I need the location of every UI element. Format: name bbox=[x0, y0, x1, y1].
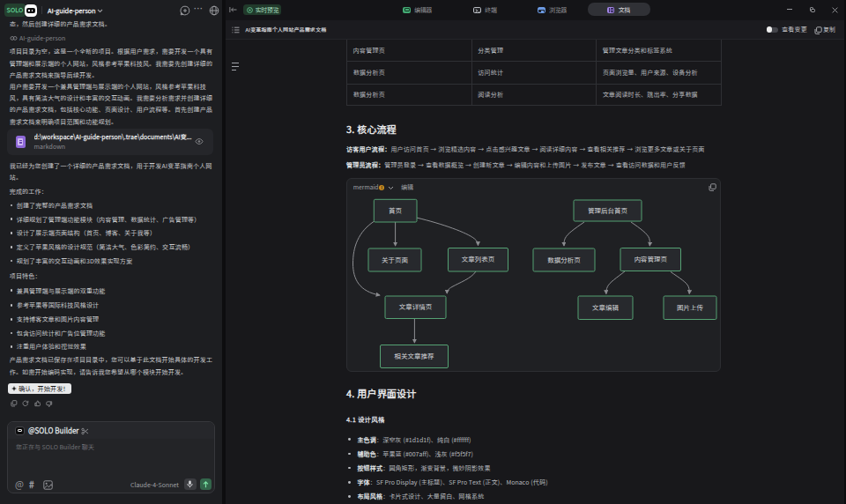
svg-text:文章列表页: 文章列表页 bbox=[462, 254, 495, 263]
svg-text:图片上传: 图片上传 bbox=[677, 302, 703, 312]
svg-text:内容管理页: 内容管理页 bbox=[634, 254, 667, 263]
svg-text:首页: 首页 bbox=[389, 205, 402, 215]
svg-text:关于页面: 关于页面 bbox=[382, 255, 408, 264]
svg-text:相关文章推荐: 相关文章推荐 bbox=[395, 351, 434, 360]
svg-text:文章编辑: 文章编辑 bbox=[592, 302, 619, 312]
svg-text:数据分析页: 数据分析页 bbox=[547, 255, 581, 264]
svg-text:管理后台首页: 管理后台首页 bbox=[588, 205, 627, 215]
svg-text:文章详情页: 文章详情页 bbox=[399, 301, 433, 311]
